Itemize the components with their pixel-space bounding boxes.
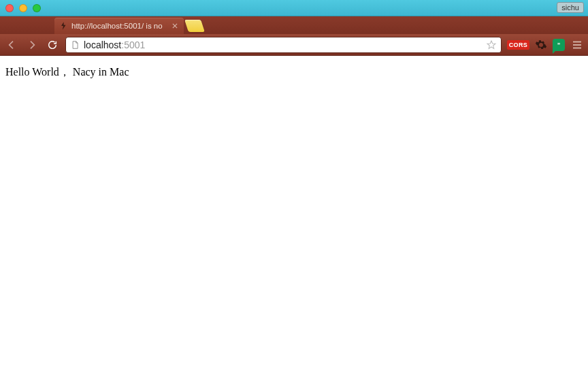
tab-title: http://localhost:5001/ is no bbox=[71, 22, 167, 30]
reload-button[interactable] bbox=[45, 37, 60, 52]
traffic-lights bbox=[5, 4, 41, 12]
cors-extension-icon[interactable]: CORS bbox=[507, 40, 529, 50]
address-bar[interactable]: localhost:5001 bbox=[65, 37, 502, 53]
maximize-window-button[interactable] bbox=[33, 4, 41, 12]
settings-extension-icon[interactable] bbox=[535, 39, 547, 51]
url-host: localhost bbox=[84, 39, 121, 50]
svg-marker-2 bbox=[487, 41, 495, 48]
browser-tab[interactable]: http://localhost:5001/ is no bbox=[54, 18, 184, 34]
window-titlebar: sichu bbox=[0, 0, 588, 16]
back-button[interactable] bbox=[4, 37, 19, 52]
page-icon bbox=[70, 40, 80, 50]
bookmark-star-icon[interactable] bbox=[486, 39, 497, 50]
url-port: :5001 bbox=[121, 39, 145, 50]
page-content: Hello World， Nacy in Mac bbox=[0, 56, 588, 89]
minimize-window-button[interactable] bbox=[19, 4, 27, 12]
profile-chip[interactable]: sichu bbox=[557, 2, 584, 13]
page-body-text: Hello World， Nacy in Mac bbox=[5, 66, 129, 78]
toolbar: localhost:5001 CORS ” bbox=[0, 34, 588, 56]
tab-favicon-icon bbox=[59, 21, 68, 31]
new-tab-button[interactable] bbox=[184, 20, 205, 32]
url-text: localhost:5001 bbox=[84, 39, 482, 50]
chrome-menu-icon[interactable] bbox=[570, 38, 584, 52]
tab-strip: http://localhost:5001/ is no bbox=[0, 16, 588, 34]
extensions-row: CORS ” bbox=[507, 38, 584, 52]
hangouts-extension-icon[interactable]: ” bbox=[553, 39, 565, 51]
tab-close-icon[interactable] bbox=[170, 21, 180, 31]
forward-button[interactable] bbox=[24, 37, 39, 52]
close-window-button[interactable] bbox=[5, 4, 14, 12]
